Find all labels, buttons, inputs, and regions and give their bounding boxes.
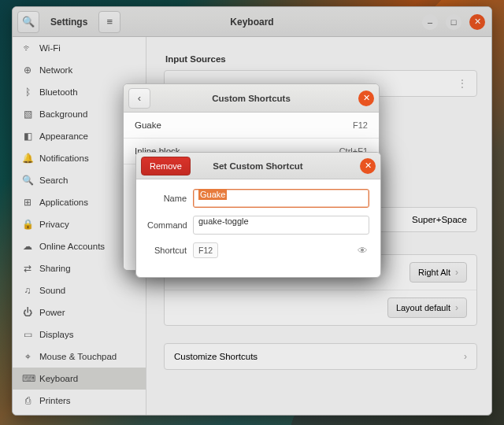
shortcut-value[interactable]: F12 bbox=[193, 242, 218, 258]
shortcut-row[interactable]: GuakeF12 bbox=[124, 113, 379, 139]
reveal-icon[interactable]: 👁 bbox=[358, 245, 369, 257]
set-shortcut-dialog: Remove Set Custom Shortcut ✕ Name Guake … bbox=[135, 152, 381, 278]
shortcut-name: Guake bbox=[135, 120, 161, 130]
dialog-close-button[interactable]: ✕ bbox=[358, 91, 374, 106]
name-input[interactable]: Guake bbox=[193, 189, 369, 208]
close-icon: ✕ bbox=[363, 93, 370, 103]
shortcut-key: F12 bbox=[353, 120, 368, 130]
command-input[interactable]: guake-toggle bbox=[193, 216, 369, 235]
shortcut-form: Name Guake Command guake-toggle Shortcut… bbox=[136, 179, 380, 277]
dialog-titlebar: Remove Set Custom Shortcut ✕ bbox=[136, 153, 380, 179]
close-icon: ✕ bbox=[365, 161, 372, 171]
name-label: Name bbox=[147, 194, 193, 203]
back-icon: ‹ bbox=[138, 92, 141, 104]
remove-button[interactable]: Remove bbox=[141, 157, 191, 176]
dialog-title: Custom Shortcuts bbox=[124, 94, 379, 103]
back-button[interactable]: ‹ bbox=[128, 88, 150, 109]
dialog-titlebar: ‹ Custom Shortcuts ✕ bbox=[124, 84, 379, 113]
command-label: Command bbox=[147, 220, 193, 230]
dialog-close-button[interactable]: ✕ bbox=[360, 158, 376, 174]
shortcut-label: Shortcut bbox=[147, 246, 193, 255]
